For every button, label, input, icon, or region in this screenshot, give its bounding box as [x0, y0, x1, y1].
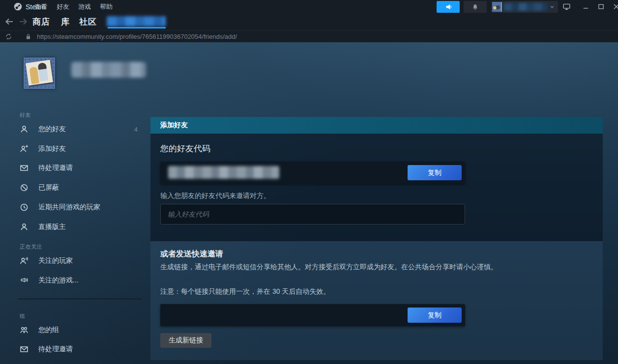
account-name-blurred — [504, 3, 547, 11]
bell-icon — [471, 3, 479, 11]
account-menu-button[interactable] — [491, 1, 558, 13]
quick-invite-note: 注意：每个链接只能使用一次，并在 30 天后自动失效。 — [160, 287, 330, 296]
menu-view[interactable]: 查看 — [34, 0, 47, 13]
close-button[interactable] — [612, 2, 618, 11]
user-icon — [20, 223, 29, 231]
sidebar-item-label: 关注的玩家 — [38, 256, 143, 265]
sidebar-item-broadcast-moderators[interactable]: 直播版主 — [20, 220, 143, 234]
sidebar-item-group-pending-invites[interactable]: 待处理邀请 — [20, 342, 143, 356]
sidebar-item-pending-invites[interactable]: 待处理邀请 — [20, 161, 143, 175]
quick-invite-section: 或者发送快速邀请 生成链接，通过电子邮件或短信分享给其他人。对方接受后双方立即成… — [150, 241, 603, 360]
urlbar: https://steamcommunity.com/profiles/7656… — [0, 30, 618, 42]
announcements-button[interactable] — [437, 1, 460, 13]
minimize-button[interactable] — [582, 2, 590, 11]
sidebar-item-followed-games[interactable]: 关注的游戏... — [20, 274, 143, 287]
clock-icon — [20, 203, 29, 212]
user-icon — [20, 125, 29, 134]
titlebar: Steam 查看 好友 游戏 帮助 — [0, 0, 618, 13]
friend-code-title: 您的好友代码 — [160, 143, 210, 154]
notifications-button[interactable] — [464, 1, 487, 13]
friend-code-row: 复制 — [160, 162, 465, 184]
sidebar-item-label: 已屏蔽 — [38, 183, 143, 192]
sidebar-item-recently-played-with[interactable]: 近期共同游戏的玩家 — [20, 200, 143, 214]
refresh-icon[interactable] — [5, 33, 12, 40]
sidebar-item-your-friends[interactable]: 您的好友 4 — [20, 122, 143, 136]
tab-store[interactable]: 商店 — [32, 15, 50, 28]
sidebar-item-label: 您的组 — [38, 326, 143, 335]
sidebar-item-label: 近期共同游戏的玩家 — [38, 203, 143, 212]
user-broadcast-icon — [20, 256, 29, 265]
quick-invite-title: 或者发送快速邀请 — [160, 249, 223, 259]
account-avatar — [492, 2, 502, 12]
avatar-photo — [26, 60, 53, 86]
user-plus-icon — [20, 144, 29, 153]
sidebar-item-label: 添加好友 — [38, 144, 143, 153]
maximize-button[interactable] — [597, 2, 605, 11]
copy-invite-link-button[interactable]: 复制 — [408, 308, 462, 323]
friend-code-section: 您的好友代码 复制 输入您朋友的好友代码来邀请对方。 — [150, 134, 603, 241]
sidebar-divider — [18, 299, 142, 299]
envelope-icon — [20, 164, 29, 172]
sidebar-item-label: 待处理邀请 — [38, 345, 143, 354]
active-tab-underline — [108, 27, 166, 28]
generate-new-link-button[interactable]: 生成新链接 — [160, 333, 211, 348]
friend-code-hint: 输入您朋友的好友代码来邀请对方。 — [160, 192, 270, 200]
page-title: 添加好友 — [150, 117, 603, 134]
envelope-icon — [20, 345, 29, 354]
copy-friend-code-button[interactable]: 复制 — [408, 165, 462, 180]
tab-community[interactable]: 社区 — [79, 15, 97, 28]
tab-profile-name-blurred[interactable] — [107, 16, 166, 27]
sidebar-section-groups: 组 — [20, 312, 26, 320]
blocked-icon — [20, 183, 29, 192]
users-icon — [20, 326, 29, 335]
friend-count-badge: 4 — [134, 126, 138, 133]
invite-link-row: 复制 — [160, 304, 465, 326]
sidebar-item-label: 您的好友 — [38, 125, 134, 134]
lock-icon — [25, 33, 31, 40]
display-mode-button[interactable] — [562, 2, 571, 11]
chevron-down-icon — [549, 4, 555, 10]
sidebar-section-following: 正在关注 — [20, 243, 42, 251]
profile-avatar[interactable] — [24, 57, 55, 89]
sidebar-item-label: 直播版主 — [38, 223, 143, 231]
url-text[interactable]: https://steamcommunity.com/profiles/7656… — [37, 33, 237, 40]
back-button[interactable] — [4, 17, 14, 27]
steam-logo-icon — [14, 2, 22, 11]
friend-code-input[interactable] — [160, 204, 465, 224]
megaphone-icon — [444, 3, 452, 11]
forward-button[interactable] — [18, 17, 28, 27]
community-page: 好友 您的好友 4 添加好友 待处理邀请 已屏蔽 近期共同游戏的玩家 直播版主 … — [0, 42, 618, 364]
menu-games[interactable]: 游戏 — [78, 0, 91, 13]
invite-link-blurred — [168, 308, 316, 321]
tab-library[interactable]: 库 — [61, 15, 70, 28]
sidebar-item-blocked[interactable]: 已屏蔽 — [20, 181, 143, 195]
menu-friends[interactable]: 好友 — [57, 0, 69, 13]
navbar: 商店 库 社区 — [0, 13, 618, 30]
menu-help[interactable]: 帮助 — [100, 0, 113, 13]
sidebar-item-followed-players[interactable]: 关注的玩家 — [20, 254, 143, 268]
sidebar-item-label: 待处理邀请 — [38, 164, 143, 172]
sidebar-section-friends: 好友 — [20, 112, 31, 119]
friend-code-blurred — [168, 166, 279, 179]
sidebar-item-label: 关注的游戏... — [38, 276, 143, 285]
megaphone-icon — [20, 276, 29, 285]
profile-name-blurred — [71, 62, 146, 78]
sidebar-item-your-groups[interactable]: 您的组 — [20, 323, 143, 337]
quick-invite-description: 生成链接，通过电子邮件或短信分享给其他人。对方接受后双方立即成为好友。在公共场合… — [160, 262, 592, 272]
sidebar-item-add-friend[interactable]: 添加好友 — [20, 142, 143, 156]
steam-client-window: Steam 查看 好友 游戏 帮助 — [0, 0, 618, 364]
